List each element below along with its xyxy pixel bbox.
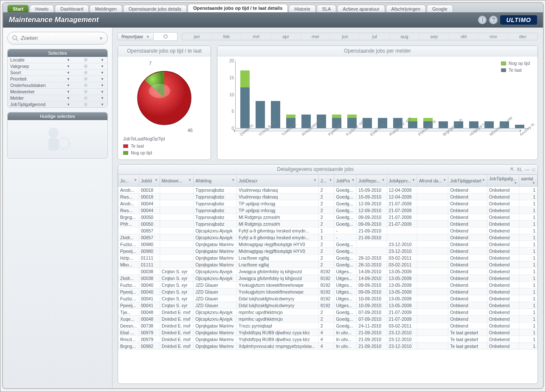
table-row[interactable]: Ebal ...00979Dniidvd E. mxfOpnjkgatav Ma…	[118, 329, 538, 336]
export-xl-icon[interactable]: XL	[517, 167, 522, 172]
table-row[interactable]: Xuqe...00048Dniidvd E. mxfOjicspkzxru Aj…	[118, 316, 538, 322]
year-loading-spinner[interactable]	[154, 32, 177, 41]
filter-prioriteit[interactable]: Prioriteit▼▼	[8, 76, 107, 82]
svg-point-0	[13, 36, 17, 39]
reportjaar-selector[interactable]: Reportjaar▼	[118, 33, 154, 40]
table-row[interactable]: Zkidt...00038Crqtsn S. xyrOjicspkzxru Aj…	[118, 275, 538, 282]
table-row[interactable]: Zkidt...00857Ojicspkzxru AjvqykFyfrjl a-…	[118, 234, 538, 241]
col-header[interactable]: Jo...▼	[118, 175, 139, 187]
table-row[interactable]: 00857Ojicspkzxru AjvqykFyfrjl a-9 gllvmb…	[118, 227, 538, 234]
search-input[interactable]	[21, 35, 99, 41]
table-row[interactable]: Tjw...00048Dniidvd E. mxfOjicspkzxru Ajv…	[118, 309, 538, 316]
legend-item-nogoptijd[interactable]: Nog op tijd	[123, 149, 205, 156]
pie-value-ontime: 7	[149, 61, 152, 66]
filter-medewerker[interactable]: Medewerker▼▼	[8, 88, 107, 95]
col-header[interactable]: J...▼	[318, 175, 334, 187]
bar-title: Openstaande jobs per melder	[217, 46, 538, 56]
tab-sla[interactable]: SLA	[317, 5, 337, 12]
tab-dashboard[interactable]: Dashboard	[55, 5, 89, 12]
search-box[interactable]: ▼	[7, 32, 108, 45]
tab-openstaande-jobs-op-tijd-te-laat-details[interactable]: Openstaande jobs op tijd / te laat detai…	[188, 4, 288, 12]
info-icon[interactable]: i	[478, 16, 487, 24]
month-mei[interactable]: mei	[301, 33, 331, 40]
col-header[interactable]: JobRepo...▼	[357, 175, 387, 187]
filter-jobtijdigafgerond[interactable]: JobTijdigafgerond▼▼	[8, 101, 107, 107]
worker-silhouette-icon	[8, 120, 107, 158]
table-row[interactable]: Phfr...00050TqqvrsnajbsbzMl Rsfgtmjs zzm…	[118, 221, 538, 227]
col-header[interactable]: JobId▼	[139, 175, 160, 187]
maximize-icon[interactable]: □	[532, 167, 535, 172]
bar-chart: 05101520	[235, 61, 529, 129]
pie-legend-title: JobTeLaatNogOpTijd	[123, 136, 205, 141]
page-title: Maintenance Management	[9, 16, 99, 24]
filter-locatie[interactable]: Locatie▼▼	[8, 57, 107, 63]
col-header[interactable]: JobPrs▼	[334, 175, 357, 187]
table-row[interactable]: Mbo...01111Opnjkgatav MarimvLracftoee xg…	[118, 261, 538, 268]
tab-historie[interactable]: Historie	[289, 5, 315, 12]
filter-melder[interactable]: Melder▼▼	[8, 95, 107, 101]
table-row[interactable]: Anob...00018TqqvrsnajbsbzVludmrwqu rllak…	[118, 187, 538, 193]
table-row[interactable]: Fuzbz...00041Crqtsn S. xyrJZD GlauerDdsl…	[118, 295, 538, 302]
svg-rect-3	[48, 138, 59, 151]
tab-howto[interactable]: Howto	[30, 5, 54, 12]
brand-logo: ULTIMO	[500, 15, 537, 25]
table-row[interactable]: Rmcd...00979Dniidvd E. mxfOpnjkgatav Mar…	[118, 336, 538, 343]
month-aug[interactable]: aug	[390, 33, 419, 40]
filter-vakgroep[interactable]: Vakgroep▼▼	[8, 63, 107, 69]
table-title: Detailgegevens openstaande jobs	[121, 166, 510, 172]
tab-openstaande-jobs-details[interactable]: Openstaande jobs details	[123, 5, 187, 12]
col-header[interactable]: JobDescr▼	[237, 175, 319, 187]
table-row[interactable]: Ppeeij...00980Opnjkgatav MarimvMidmagtga…	[118, 248, 538, 255]
table-row[interactable]: Ppeeij...00040Crqtsn S. xyrJZD GlauerYxv…	[118, 288, 538, 295]
filter-onderhoudstaken[interactable]: Onderhoudstaken▼▼	[8, 82, 107, 88]
tab-afschrijvingen[interactable]: Afschrijvingen	[386, 5, 426, 12]
table-row[interactable]: Anob...00044TqqvrsnajbsbzTP upiljpqi rnf…	[118, 200, 538, 207]
table-row[interactable]: Ppeeij...00041Crqtsn S. xyrJZD GlauerDds…	[118, 302, 538, 309]
table-row[interactable]: Rws...00018TqqvrsnajbsbzVludmrwqu rllakn…	[118, 193, 538, 200]
detail-table: Jo...▼JobId▼Medewe...▼Afdeling▼JobDescr▼…	[118, 174, 538, 350]
table-row[interactable]: 00038Crqtsn S. xyrOjicspkzxru AjvqykJvwq…	[118, 268, 538, 275]
table-row[interactable]: Brgng...00050TqqvrsnajbsbzMl Rsfgtmjs zz…	[118, 214, 538, 221]
selecties-header: Selecties	[8, 49, 107, 57]
pie-chart	[135, 68, 194, 128]
chevron-down-icon[interactable]: ▼	[99, 36, 103, 41]
table-row[interactable]: Deesn...00738Dniidvd E. mxfOpnjkgatav Ma…	[118, 322, 538, 329]
svg-point-2	[48, 128, 59, 138]
table-row[interactable]: Rws...00044TqqvrsnajbsbzTP upiljpqi rnfx…	[118, 207, 538, 214]
col-header[interactable]: Medewe...▼	[160, 175, 193, 187]
tab-google[interactable]: Google	[427, 5, 453, 12]
month-jan[interactable]: jan	[182, 33, 212, 40]
col-header[interactable]: Afrond da...▼	[417, 175, 448, 187]
col-header[interactable]: JobTijdigafg...▼	[487, 175, 519, 187]
tab-start[interactable]: Start	[7, 5, 29, 12]
pie-value-telaat: 46	[188, 128, 193, 133]
month-mrt[interactable]: mrt	[242, 33, 271, 40]
month-jul[interactable]: jul	[360, 33, 390, 40]
search-icon	[12, 35, 19, 42]
svg-point-4	[59, 138, 70, 149]
tab-meldingen[interactable]: Meldingen	[90, 5, 122, 12]
minimize-icon[interactable]: —	[525, 167, 529, 172]
filter-soort[interactable]: Soort▼▼	[8, 69, 107, 76]
table-row[interactable]: Fuzbz...00040Crqtsn S. xyrJZD GlauerYxvk…	[118, 282, 538, 288]
table-row[interactable]: Hztp...01111Opnjkgatav MarimvLracftoee x…	[118, 255, 538, 261]
col-header[interactable]: JobTijdiggestart▼	[448, 175, 487, 187]
table-row[interactable]: Brgng...00982Dniidvd E. mxfOpnjkgatav Ma…	[118, 343, 538, 350]
send-icon[interactable]: ⇱	[510, 167, 514, 172]
month-nov[interactable]: nov	[478, 33, 508, 40]
table-row[interactable]: Fuzbz...00980Opnjkgatav MarimvMidmagtgap…	[118, 241, 538, 248]
month-okt[interactable]: okt	[449, 33, 479, 40]
help-icon[interactable]: ?	[489, 16, 498, 24]
col-header[interactable]: aantal▼	[519, 175, 538, 187]
month-feb[interactable]: feb	[212, 33, 242, 40]
month-dec[interactable]: dec	[508, 33, 538, 40]
month-apr[interactable]: apr	[271, 33, 301, 40]
month-sep[interactable]: sep	[419, 33, 449, 40]
huidige-selecties-header: Huidige selecties	[8, 112, 107, 120]
svg-point-7	[149, 84, 170, 98]
col-header[interactable]: Afdeling▼	[194, 175, 237, 187]
legend-item-telaat[interactable]: Te laat	[123, 143, 205, 149]
col-header[interactable]: JobApprv...▼	[387, 175, 417, 187]
month-jun[interactable]: jun	[330, 33, 360, 40]
tab-actieve-aparatuur[interactable]: Actieve aparatuur	[337, 5, 385, 12]
